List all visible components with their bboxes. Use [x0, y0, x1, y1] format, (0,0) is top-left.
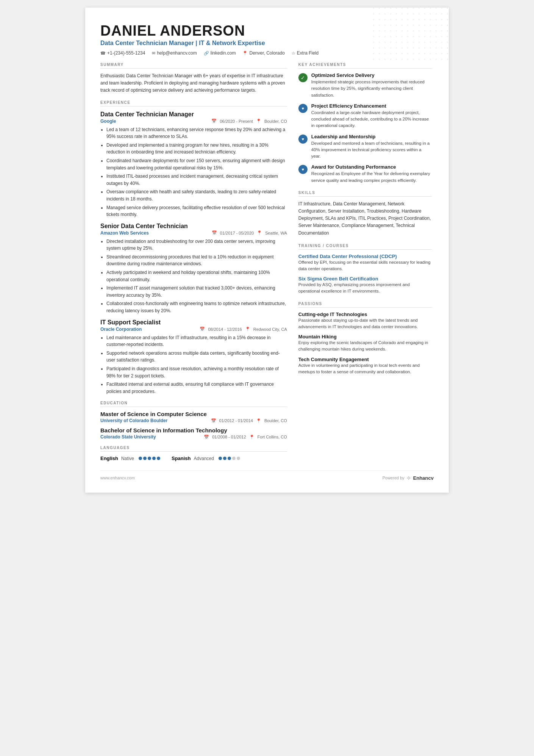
dot-filled	[219, 457, 222, 460]
achievement-text: Award for Outstanding PerformanceRecogni…	[311, 164, 432, 184]
calendar-icon-edu-2: 📅	[204, 435, 209, 440]
enhancv-logo-text: Enhancv	[413, 475, 434, 481]
achievements-container: ✓Optimized Service DeliveryImplemented s…	[298, 72, 432, 184]
passions-label: PASSIONS	[298, 302, 432, 308]
left-column: SUMMARY Enthusiastic Data Center Technic…	[100, 63, 287, 461]
contact-location: 📍 Denver, Colorado	[242, 50, 284, 56]
languages-label: LANGUAGES	[100, 446, 287, 452]
calendar-icon-edu-1: 📅	[211, 418, 216, 423]
job-meta-2: 📅 01/2017 - 05/2020 📍 Seattle, WA	[212, 230, 287, 235]
heart-icon: ♥	[298, 104, 308, 113]
edu-school-1: University of Colorado Boulder	[100, 418, 167, 423]
language-level: Native	[121, 456, 134, 461]
check-icon: ✓	[298, 73, 308, 82]
list-item: Actively participated in weekend and hol…	[106, 269, 287, 283]
training-item: Six Sigma Green Belt CertificationProvid…	[298, 276, 432, 295]
achievement-title: Leadership and Mentorship	[311, 134, 432, 139]
calendar-icon-3: 📅	[200, 327, 205, 332]
calendar-icon-2: 📅	[212, 230, 217, 235]
right-column: KEY ACHIEVEMENTS ✓Optimized Service Deli…	[298, 63, 432, 461]
link-icon: 🔗	[204, 51, 209, 56]
candidate-name: DANIEL ANDERSON	[100, 23, 434, 39]
edu-meta-2: 📅 01/2008 - 01/2012 📍 Fort Collins, CO	[204, 435, 287, 440]
achievement-desc: Coordinated a large-scale hardware deplo…	[311, 110, 432, 129]
language-item: SpanishAdvanced	[172, 455, 240, 461]
main-layout: SUMMARY Enthusiastic Data Center Technic…	[100, 63, 434, 461]
contact-phone: ☎ +1-(234)-555-1234	[100, 50, 145, 56]
experience-job-2: Senior Data Center Technician Amazon Web…	[100, 223, 287, 315]
location-icon: 📍	[242, 51, 248, 56]
list-item: Led maintenance and updates for IT infra…	[106, 334, 287, 348]
edu-school-2: Colorado State University	[100, 434, 156, 440]
skills-text: IT Infrastructure, Data Center Managemen…	[298, 200, 432, 237]
star-icon: ☆	[292, 51, 295, 56]
language-name: English	[100, 455, 118, 461]
location-icon-1: 📍	[256, 119, 261, 124]
passion-desc: Passionate about staying up-to-date with…	[298, 317, 432, 330]
training-container: Certified Data Center Professional (CDCP…	[298, 254, 432, 295]
job-company-1: Google	[100, 119, 116, 124]
dot-filled	[143, 457, 147, 460]
list-item: Streamlined decommissioning procedures t…	[106, 254, 287, 268]
achievement-title: Project Efficiency Enhancement	[311, 103, 432, 109]
achievements-label: KEY ACHIEVEMENTS	[298, 63, 432, 69]
language-name: Spanish	[172, 455, 191, 461]
achievement-item: ✓Optimized Service DeliveryImplemented s…	[298, 72, 432, 99]
edu-school-row-2: Colorado State University 📅 01/2008 - 01…	[100, 434, 287, 440]
email-icon: ✉	[152, 51, 155, 56]
passion-title: Tech Community Engagement	[298, 357, 432, 362]
passion-desc: Active in volunteering and participating…	[298, 362, 432, 376]
experience-job-1: Data Center Technician Manager Google 📅 …	[100, 111, 287, 218]
dot-filled	[152, 457, 156, 460]
training-label: TRAINING / COURSES	[298, 244, 432, 250]
degree-1: Master of Science in Computer Science	[100, 411, 287, 417]
dot-empty	[232, 457, 236, 460]
footer-website: www.enhancv.com	[100, 476, 135, 480]
summary-text: Enthusiastic Data Center Technician Mana…	[100, 72, 287, 94]
education-label: EDUCATION	[100, 401, 287, 407]
list-item: Coordinated hardware deployments for ove…	[106, 157, 287, 171]
achievement-desc: Implemented strategic process improvemen…	[311, 79, 432, 99]
list-item: Directed installation and troubleshootin…	[106, 238, 287, 252]
languages-row: EnglishNativeSpanishAdvanced	[100, 455, 287, 461]
language-dots	[139, 457, 160, 460]
list-item: Collaborated cross-functionally with eng…	[106, 300, 287, 314]
experience-job-3: IT Support Specialist Oracle Corporation…	[100, 319, 287, 395]
job-bullets-2: Directed installation and troubleshootin…	[100, 238, 287, 315]
phone-icon: ☎	[100, 51, 106, 56]
job-company-2: Amazon Web Services	[100, 230, 149, 236]
list-item: Developed and implemented a training pro…	[106, 142, 287, 156]
edu-school-row-1: University of Colorado Boulder 📅 01/2012…	[100, 418, 287, 423]
heart-icon: ♥	[298, 165, 308, 174]
dot-empty	[237, 457, 240, 460]
passion-title: Mountain Hiking	[298, 334, 432, 340]
passion-title: Cutting-edge IT Technologies	[298, 311, 432, 317]
summary-label: SUMMARY	[100, 63, 287, 69]
location-icon-edu-1: 📍	[256, 418, 261, 423]
training-title: Six Sigma Green Belt Certification	[298, 276, 432, 282]
footer-brand: Powered by ⟡ Enhancv	[383, 474, 434, 481]
job-title-3: IT Support Specialist	[100, 319, 287, 326]
list-item: Supported network operations across mult…	[106, 350, 287, 364]
job-company-row-1: Google 📅 06/2020 - Present 📍 Boulder, CO	[100, 119, 287, 124]
location-icon-edu-2: 📍	[249, 435, 255, 440]
experience-label: EXPERIENCE	[100, 100, 287, 106]
achievement-text: Project Efficiency EnhancementCoordinate…	[311, 103, 432, 129]
dot-filled	[139, 457, 142, 460]
job-title-1: Data Center Technician Manager	[100, 111, 287, 118]
degree-2: Bachelor of Science in Information Techn…	[100, 427, 287, 434]
achievement-item: ♥Project Efficiency EnhancementCoordinat…	[298, 103, 432, 129]
dot-filled	[228, 457, 231, 460]
enhancv-logo-icon: ⟡	[407, 474, 411, 481]
contact-extra: ☆ Extra Field	[292, 50, 319, 56]
job-meta-3: 📅 08/2014 - 12/2016 📍 Redwood City, CA	[200, 327, 287, 332]
list-item: Participated in diagnostics and issue re…	[106, 365, 287, 379]
location-icon-3: 📍	[245, 327, 250, 332]
contact-website: 🔗 linkedin.com	[204, 50, 236, 56]
candidate-title: Data Center Technician Manager | IT & Ne…	[100, 40, 434, 47]
footer: www.enhancv.com Powered by ⟡ Enhancv	[100, 470, 434, 481]
achievement-item: ♥Award for Outstanding PerformanceRecogn…	[298, 164, 432, 184]
list-item: Oversaw compliance with health and safet…	[106, 188, 287, 202]
achievement-desc: Developed and mentored a team of technic…	[311, 140, 432, 160]
training-item: Certified Data Center Professional (CDCP…	[298, 254, 432, 272]
